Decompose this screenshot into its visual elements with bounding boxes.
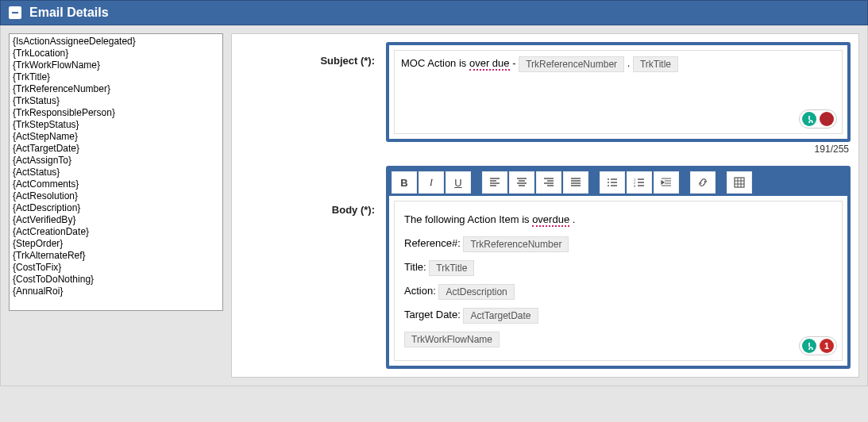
number-list-button[interactable]: 123: [627, 171, 652, 194]
subject-editor: MOC Action is over due - TrkReferenceNum…: [386, 42, 851, 142]
merge-field-item[interactable]: {TrkStepStatus}: [13, 119, 219, 131]
subject-input[interactable]: MOC Action is over due - TrkReferenceNum…: [394, 50, 843, 134]
error-count-badge[interactable]: 1: [820, 339, 834, 353]
action-label: Action:: [404, 285, 436, 297]
rte-toolbar: B I U 123: [389, 169, 847, 196]
indent-button[interactable]: [654, 171, 679, 194]
merge-field-item[interactable]: {TrkStatus}: [13, 95, 219, 107]
underline-button[interactable]: U: [446, 171, 471, 194]
merge-field-item[interactable]: {ActVerifiedBy}: [13, 214, 219, 226]
merge-field-item[interactable]: {TrkTitle}: [13, 71, 219, 83]
panel-header: Email Details: [0, 0, 868, 25]
panel-title: Email Details: [29, 6, 109, 20]
merge-field-item[interactable]: {TrkAlternateRef}: [13, 250, 219, 262]
align-justify-button[interactable]: [563, 171, 588, 194]
merge-field-item[interactable]: {TrkResponsiblePerson}: [13, 107, 219, 119]
email-details-page: Email Details {IsActionAssigneeDelegated…: [0, 0, 868, 391]
merge-field-item[interactable]: {IsActionAssigneeDelegated}: [13, 36, 219, 48]
token-trktitle[interactable]: TrkTitle: [429, 260, 474, 276]
merge-field-item[interactable]: {CostToFix}: [13, 262, 219, 274]
align-center-button[interactable]: [509, 171, 534, 194]
bold-button[interactable]: B: [392, 171, 417, 194]
merge-field-item[interactable]: {ActCreationDate}: [13, 226, 219, 238]
svg-rect-0: [12, 12, 18, 13]
body-input[interactable]: The following Action Item is overdue . R…: [394, 201, 843, 361]
merge-field-item[interactable]: {AnnualRoi}: [13, 286, 219, 297]
align-right-button[interactable]: [536, 171, 561, 194]
body-label: Body (*):: [240, 166, 375, 216]
ref-label: Reference#:: [404, 237, 461, 249]
link-button[interactable]: [690, 171, 716, 194]
merge-field-item[interactable]: {TrkLocation}: [13, 48, 219, 59]
merge-fields-column: {IsActionAssigneeDelegated}{TrkLocation}…: [9, 33, 223, 378]
svg-rect-7: [735, 178, 744, 187]
merge-field-item[interactable]: {ActDescription}: [13, 202, 219, 214]
merge-field-item[interactable]: {ActStepName}: [13, 131, 219, 143]
editor-column: Subject (*): MOC Action is over due - Tr…: [231, 33, 859, 378]
merge-field-item[interactable]: {ActStatus}: [13, 167, 219, 178]
error-indicator-icon[interactable]: [820, 112, 834, 126]
table-button[interactable]: [727, 171, 752, 194]
token-acttargetdate[interactable]: ActTargetDate: [463, 308, 538, 324]
body-actions: 1: [799, 336, 837, 355]
body-frame: B I U 123: [386, 166, 851, 369]
subject-row: Subject (*): MOC Action is over due - Tr…: [240, 42, 851, 155]
merge-field-item[interactable]: {CostToDoNothing}: [13, 274, 219, 286]
grammar-icon[interactable]: [802, 339, 816, 353]
merge-field-item[interactable]: {ActResolution}: [13, 190, 219, 202]
svg-point-2: [608, 182, 609, 183]
panel-body: {IsActionAssigneeDelegated}{TrkLocation}…: [0, 25, 868, 386]
subject-typo: over due: [469, 57, 510, 71]
subject-frame: MOC Action is over due - TrkReferenceNum…: [386, 42, 851, 155]
token-trktitle[interactable]: TrkTitle: [633, 56, 678, 72]
svg-point-3: [608, 185, 609, 186]
collapse-toggle[interactable]: [9, 6, 21, 19]
body-line1b: overdue: [532, 213, 569, 227]
italic-button[interactable]: I: [419, 171, 444, 194]
merge-field-item[interactable]: {TrkReferenceNumber}: [13, 83, 219, 95]
subject-label: Subject (*):: [240, 42, 375, 67]
svg-point-1: [608, 178, 609, 180]
token-trkreferencenumber[interactable]: TrkReferenceNumber: [463, 236, 569, 252]
body-line1a: The following Action Item is: [404, 213, 532, 225]
merge-field-item[interactable]: {TrkWorkFlowName}: [13, 59, 219, 71]
target-label: Target Date:: [404, 309, 461, 320]
merge-field-item[interactable]: {ActTargetDate}: [13, 143, 219, 155]
bullet-list-button[interactable]: [600, 171, 625, 194]
subject-text: MOC Action is: [401, 57, 469, 69]
merge-field-item[interactable]: {StepOrder}: [13, 238, 219, 250]
title-label: Title:: [404, 261, 426, 273]
svg-text:3: 3: [634, 184, 636, 188]
grammar-icon[interactable]: [802, 112, 816, 126]
align-left-button[interactable]: [482, 171, 507, 194]
body-editor: B I U 123: [386, 166, 851, 369]
merge-fields-list[interactable]: {IsActionAssigneeDelegated}{TrkLocation}…: [9, 33, 223, 311]
merge-field-item[interactable]: {ActAssignTo}: [13, 155, 219, 167]
token-actdescription[interactable]: ActDescription: [438, 284, 514, 300]
body-line1c: .: [569, 213, 575, 225]
token-trkworkflowname[interactable]: TrkWorkFlowName: [404, 332, 500, 347]
subject-sep2: .: [624, 57, 633, 69]
merge-field-item[interactable]: {ActComments}: [13, 178, 219, 190]
subject-actions: [799, 109, 837, 129]
body-row: Body (*): B I U: [240, 166, 851, 369]
token-trkreferencenumber[interactable]: TrkReferenceNumber: [519, 56, 624, 72]
subject-char-counter: 191/255: [386, 142, 851, 155]
subject-sep1: -: [510, 57, 519, 69]
